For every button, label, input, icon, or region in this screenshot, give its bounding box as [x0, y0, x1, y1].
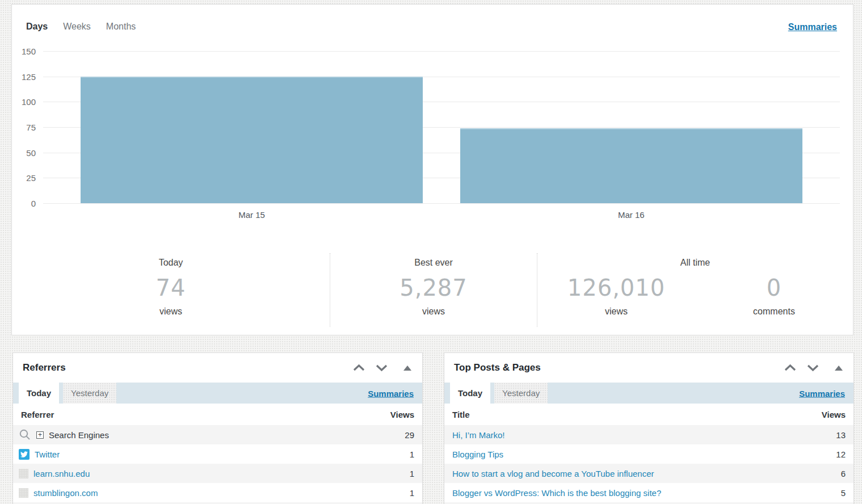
- summary-today-unit: views: [12, 306, 330, 317]
- summary-today-label: Today: [12, 258, 330, 268]
- expand-icon[interactable]: +: [36, 431, 44, 439]
- y-axis-tick-label: 100: [22, 97, 36, 107]
- referrer-row-learn-snhu: learn.snhu.edu 1: [13, 464, 422, 483]
- chart-bar-column: Mar 16: [460, 51, 802, 203]
- chart-bar-column: Mar 15: [81, 51, 422, 203]
- top-posts-title: Top Posts & Pages: [454, 362, 541, 373]
- post-link[interactable]: How to start a vlog and become a YouTube…: [452, 469, 654, 478]
- chart-bar-mar-16[interactable]: [460, 128, 802, 203]
- chart-bars: Mar 15Mar 16: [43, 51, 840, 203]
- views-count: 1: [410, 450, 414, 459]
- top-posts-table-header: Title Views: [444, 404, 853, 425]
- summary-best-label: Best ever: [330, 258, 537, 268]
- top-posts-module: Top Posts & Pages Today Yesterday Summar…: [444, 352, 854, 504]
- chart-bar-mar-15[interactable]: [81, 77, 422, 203]
- top-posts-tab-today[interactable]: Today: [450, 383, 490, 404]
- post-link[interactable]: Hi, I’m Marko!: [452, 430, 505, 440]
- views-count: 29: [405, 430, 414, 440]
- referrer-column-header: Referrer: [21, 410, 54, 419]
- post-link[interactable]: Blogging Tips: [452, 450, 503, 459]
- post-row: Blogger vs WordPress: Which is the best …: [444, 483, 853, 502]
- referrers-table-header: Referrer Views: [13, 404, 422, 425]
- post-row: How to start a vlog and become a YouTube…: [444, 464, 853, 483]
- referrer-link[interactable]: Twitter: [35, 450, 60, 459]
- views-count: 1: [410, 469, 414, 478]
- summary-row: Today 74 views Best ever 5,287 views All…: [12, 253, 853, 327]
- summary-alltime-views-value: 126,010: [537, 275, 695, 301]
- chart-summaries-link[interactable]: Summaries: [788, 22, 837, 32]
- tab-months[interactable]: Months: [106, 22, 136, 32]
- referrers-module: Referrers Today Yesterday Summaries Refe…: [12, 352, 423, 504]
- summary-alltime-views-unit: views: [537, 306, 695, 317]
- twitter-icon: [19, 449, 30, 460]
- stats-chart-panel: Days Weeks Months Summaries 150125100755…: [11, 4, 853, 335]
- move-down-icon[interactable]: [806, 364, 819, 372]
- views-count: 13: [836, 430, 846, 440]
- summary-best-value: 5,287: [330, 275, 537, 301]
- summary-best-unit: views: [330, 306, 537, 317]
- y-axis-tick-label: 150: [22, 47, 36, 56]
- y-axis-tick-label: 125: [22, 72, 36, 81]
- referrer-row-search-engines: + Search Engines 29: [13, 425, 422, 444]
- referrer-row-twitter: Twitter 1: [13, 444, 422, 464]
- title-column-header: Title: [452, 410, 470, 419]
- y-axis-tick-label: 75: [26, 123, 36, 132]
- summary-best-ever: Best ever 5,287 views: [330, 253, 537, 327]
- collapse-icon[interactable]: [835, 366, 843, 371]
- views-column-header: Views: [822, 410, 846, 419]
- referrers-tabbar: Today Yesterday Summaries: [13, 383, 422, 404]
- summary-alltime-comments-unit: comments: [695, 306, 853, 317]
- top-posts-tabbar: Today Yesterday Summaries: [444, 383, 853, 404]
- post-link[interactable]: Blogger vs WordPress: Which is the best …: [452, 488, 661, 498]
- post-row: Hi, I’m Marko! 13: [444, 425, 853, 444]
- summary-today: Today 74 views: [12, 253, 330, 327]
- tab-weeks[interactable]: Weeks: [63, 22, 91, 32]
- referrer-link[interactable]: learn.snhu.edu: [33, 469, 90, 478]
- views-count: 5: [841, 488, 846, 498]
- move-up-icon[interactable]: [352, 364, 365, 372]
- referrers-summaries-link[interactable]: Summaries: [368, 388, 414, 398]
- top-posts-summaries-link[interactable]: Summaries: [799, 388, 845, 398]
- summary-alltime-views: 126,010 views: [537, 268, 695, 317]
- chart-period-tabs: Days Weeks Months: [26, 22, 136, 32]
- move-up-icon[interactable]: [784, 364, 797, 372]
- chart-plot: 1501251007550250Mar 15Mar 16: [43, 51, 840, 203]
- tab-days[interactable]: Days: [26, 22, 48, 32]
- chart-gridline: [43, 203, 840, 204]
- top-posts-tab-yesterday[interactable]: Yesterday: [494, 383, 548, 404]
- y-axis-tick-label: 25: [26, 173, 36, 183]
- y-axis-tick-label: 0: [31, 199, 36, 208]
- x-axis-label: Mar 15: [81, 210, 422, 220]
- views-count: 1: [410, 488, 414, 498]
- summary-alltime-comments-value: 0: [695, 275, 853, 301]
- x-axis-label: Mar 16: [460, 210, 802, 220]
- referrers-tab-yesterday[interactable]: Yesterday: [63, 383, 116, 404]
- views-count: 6: [841, 469, 846, 478]
- favicon-placeholder-icon: [19, 469, 28, 478]
- summary-alltime-comments: 0 comments: [695, 268, 853, 317]
- summary-alltime-label: All time: [537, 258, 853, 268]
- referrer-link[interactable]: stumblingon.com: [33, 488, 98, 498]
- summary-all-time: All time 126,010 views 0 comments: [537, 253, 853, 327]
- favicon-placeholder-icon: [19, 488, 28, 498]
- move-down-icon[interactable]: [375, 364, 388, 372]
- search-icon: [19, 429, 31, 441]
- referrers-title: Referrers: [23, 362, 66, 373]
- referrer-name[interactable]: Search Engines: [49, 430, 109, 440]
- post-row: Blogging Tips 12: [444, 444, 853, 464]
- summary-today-value: 74: [12, 275, 330, 301]
- y-axis-tick-label: 50: [26, 148, 36, 157]
- referrer-row-stumblingon: stumblingon.com 1: [13, 483, 422, 502]
- collapse-icon[interactable]: [403, 366, 411, 371]
- referrers-tab-today[interactable]: Today: [19, 383, 59, 404]
- views-column-header: Views: [390, 410, 414, 419]
- views-count: 12: [836, 450, 846, 459]
